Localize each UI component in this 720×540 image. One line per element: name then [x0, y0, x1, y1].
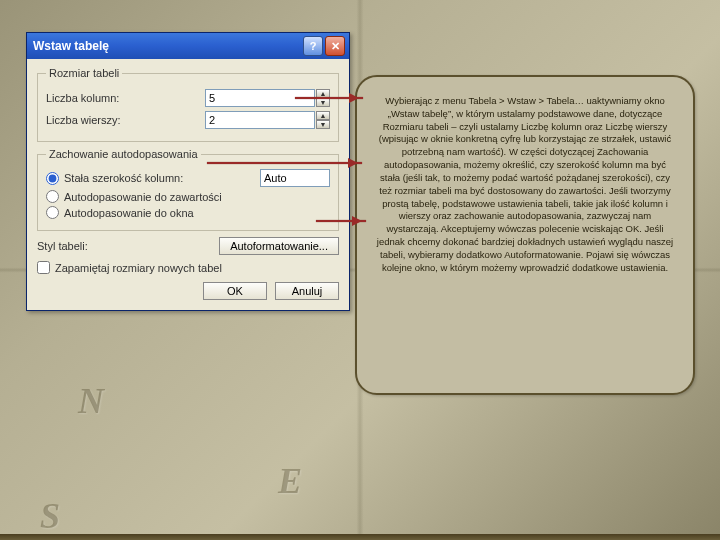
remember-checkbox[interactable]: [37, 261, 50, 274]
columns-down-icon[interactable]: ▼: [316, 98, 330, 107]
titlebar: Wstaw tabelę ? ✕: [27, 33, 349, 59]
table-style-label: Styl tabeli:: [37, 240, 88, 252]
group-autofit-legend: Zachowanie autodopasowania: [46, 148, 201, 160]
rows-spinner: ▲ ▼: [205, 111, 330, 129]
cancel-button[interactable]: Anuluj: [275, 282, 339, 300]
rows-label: Liczba wierszy:: [46, 114, 205, 126]
rows-up-icon[interactable]: ▲: [316, 111, 330, 120]
help-button[interactable]: ?: [303, 36, 323, 56]
rows-input[interactable]: [205, 111, 315, 129]
pointer-arrow: [207, 162, 362, 164]
columns-label: Liczba kolumn:: [46, 92, 205, 104]
compass-e: E: [278, 460, 302, 502]
compass-s: S: [40, 495, 60, 537]
pointer-arrow: [316, 220, 366, 222]
insert-table-dialog: Wstaw tabelę ? ✕ Rozmiar tabeli Liczba k…: [26, 32, 350, 311]
radio-contents-label: Autodopasowanie do zawartości: [64, 191, 222, 203]
group-size-legend: Rozmiar tabeli: [46, 67, 122, 79]
explanation-callout: Wybierając z menu Tabela > Wstaw > Tabel…: [355, 75, 695, 395]
rows-down-icon[interactable]: ▼: [316, 120, 330, 129]
group-autofit: Zachowanie autodopasowania Stała szeroko…: [37, 148, 339, 231]
radio-autofit-window[interactable]: [46, 206, 59, 219]
close-button[interactable]: ✕: [325, 36, 345, 56]
group-table-size: Rozmiar tabeli Liczba kolumn: ▲ ▼ Liczba…: [37, 67, 339, 142]
radio-window-label: Autodopasowanie do okna: [64, 207, 194, 219]
compass-n: N: [78, 380, 104, 422]
bottom-bar: [0, 534, 720, 540]
radio-fixed-label: Stała szerokość kolumn:: [64, 172, 183, 184]
autoformat-button[interactable]: Autoformatowanie...: [219, 237, 339, 255]
dialog-title: Wstaw tabelę: [33, 39, 301, 53]
callout-text: Wybierając z menu Tabela > Wstaw > Tabel…: [373, 95, 677, 274]
radio-autofit-contents[interactable]: [46, 190, 59, 203]
pointer-arrow: [295, 97, 363, 99]
remember-label: Zapamiętaj rozmiary nowych tabel: [55, 262, 222, 274]
ok-button[interactable]: OK: [203, 282, 267, 300]
radio-fixed-width[interactable]: [46, 172, 59, 185]
fixed-width-input[interactable]: [260, 169, 330, 187]
